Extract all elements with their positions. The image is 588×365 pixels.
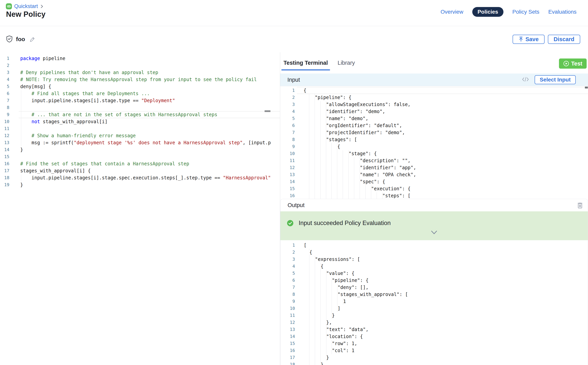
- editor-line: 4# NOTE: Try removing the HarnessApprova…: [0, 76, 280, 83]
- upload-icon: [519, 36, 524, 42]
- editor-line: 12 "identifier": "app",: [280, 164, 588, 171]
- breadcrumb: Quickstart: [6, 3, 43, 9]
- line-number: 1: [0, 55, 9, 62]
- page-title: New Policy: [6, 10, 46, 19]
- editor-line: 9 1: [280, 298, 588, 305]
- test-button-label: Test: [571, 60, 582, 67]
- breadcrumb-project-link[interactable]: Quickstart: [14, 3, 38, 9]
- line-number: 2: [280, 249, 295, 256]
- editor-line: 11: [0, 125, 280, 132]
- editor-line: 18 }: [280, 361, 588, 365]
- editor-line: 18 input.pipeline.stages[i].stage.spec.e…: [0, 174, 280, 181]
- success-check-icon: [287, 220, 294, 226]
- editor-line: 2 "pipeline": {: [280, 94, 588, 101]
- tab-library[interactable]: Library: [335, 52, 357, 73]
- save-button[interactable]: Save: [513, 35, 545, 44]
- code-icon: [522, 80, 529, 83]
- input-title: Input: [287, 77, 300, 83]
- editor-line: 13 "name": "OPA check",: [280, 171, 588, 178]
- output-section: Output Input succeeded Policy Evaluation: [280, 199, 588, 365]
- editor-line: 9 # ... that are not in the set of stage…: [0, 111, 280, 118]
- editor-line: 15 "row": 1,: [280, 340, 588, 347]
- line-number: 8: [280, 291, 295, 298]
- rego-editor[interactable]: 1package pipeline23# Deny pipelines that…: [0, 52, 280, 365]
- line-number: 4: [280, 263, 295, 270]
- editor-line: 12 },: [280, 319, 588, 326]
- line-number: 15: [0, 153, 9, 160]
- policy-toolbar: foo Save Discard: [0, 26, 588, 52]
- line-number: 1: [280, 242, 295, 249]
- line-number: 6: [0, 90, 9, 97]
- editor-line: 10 not stages_with_approval[i]: [0, 118, 280, 125]
- line-number: 11: [0, 125, 9, 132]
- editor-line: 5 "name": "demo",: [280, 115, 588, 122]
- line-number: 3: [0, 69, 9, 76]
- page-header: Quickstart New Policy OverviewPoliciesPo…: [0, 0, 588, 26]
- editor-line: 14 "location": {: [280, 333, 588, 340]
- line-number: 10: [280, 150, 295, 157]
- save-button-label: Save: [526, 36, 539, 42]
- line-number: 9: [280, 143, 295, 150]
- collapse-banner-button[interactable]: [429, 230, 439, 235]
- editor-line: 17stages_with_approval[i] {: [0, 167, 280, 174]
- line-number: 16: [280, 347, 295, 354]
- tab-policies[interactable]: Policies: [472, 7, 503, 17]
- line-number: 2: [280, 94, 295, 101]
- line-number: 10: [280, 305, 295, 312]
- tab-testing-terminal[interactable]: Testing Terminal: [281, 52, 330, 73]
- editor-line: 3# Deny pipelines that don't have an app…: [0, 69, 280, 76]
- success-banner-text: Input succeeded Policy Evaluation: [299, 219, 391, 227]
- line-number: 3: [280, 256, 295, 263]
- editor-line: 6 # Find all stages that are Deployments…: [0, 90, 280, 97]
- editor-line: 17 }: [280, 354, 588, 361]
- line-number: 12: [0, 132, 9, 139]
- harness-logo-icon: [6, 3, 12, 9]
- clear-output-button[interactable]: [576, 202, 584, 209]
- tab-evaluations[interactable]: Evaluations: [548, 9, 576, 15]
- line-number: 1: [280, 87, 295, 94]
- line-number: 8: [280, 136, 295, 143]
- line-number: 4: [0, 76, 9, 83]
- line-number: 4: [280, 108, 295, 115]
- line-number: 13: [0, 139, 9, 146]
- editor-line: 16# Find the set of stages that contain …: [0, 160, 280, 167]
- tab-overview[interactable]: Overview: [440, 9, 463, 15]
- line-number: 9: [0, 111, 9, 118]
- code-view-toggle[interactable]: [520, 76, 530, 83]
- line-number: 16: [280, 192, 295, 199]
- edit-name-button[interactable]: [29, 36, 36, 42]
- line-number: 9: [280, 298, 295, 305]
- editor-line: 14}: [0, 146, 280, 153]
- line-number: 14: [280, 178, 295, 185]
- editor-line: 2: [0, 62, 280, 69]
- line-number: 3: [280, 101, 295, 108]
- test-button[interactable]: Test: [559, 58, 587, 69]
- input-editor[interactable]: 1{2 "pipeline": {3 "allowStageExecutions…: [280, 86, 588, 200]
- output-editor[interactable]: 1[2 {3 "expressions": [4 {5 "value": {6 …: [280, 240, 588, 365]
- top-nav-tabs: OverviewPoliciesPolicy SetsEvaluations: [440, 7, 576, 17]
- editor-line: 5 "value": {: [280, 270, 588, 277]
- editor-line: 8: [0, 104, 280, 111]
- line-number: 8: [0, 104, 9, 111]
- line-number: 14: [0, 146, 9, 153]
- editor-line: 6 "orgIdentifier": "default",: [280, 122, 588, 129]
- line-number: 7: [0, 97, 9, 104]
- new-policy-page: Quickstart New Policy OverviewPoliciesPo…: [0, 0, 588, 365]
- editor-line: 4 {: [280, 263, 588, 270]
- select-input-button[interactable]: Select Input: [535, 75, 576, 84]
- editor-line: 3 "allowStageExecutions": false,: [280, 101, 588, 108]
- editor-line: 11 "description": "",: [280, 157, 588, 164]
- line-number: 13: [280, 171, 295, 178]
- line-number: 13: [280, 326, 295, 333]
- editor-line: 6 "pipeline": {: [280, 277, 588, 284]
- tab-policy-sets[interactable]: Policy Sets: [513, 9, 540, 15]
- line-number: 6: [280, 277, 295, 284]
- line-number: 15: [280, 185, 295, 192]
- terminal-tabs: Testing TerminalLibrary: [281, 52, 357, 73]
- editor-line: 13 "text": "data",: [280, 326, 588, 333]
- play-icon: [563, 61, 569, 66]
- output-title: Output: [287, 202, 305, 208]
- editor-line: 8 "stages": [: [280, 136, 588, 143]
- discard-button[interactable]: Discard: [548, 35, 580, 44]
- chevron-down-icon: [431, 232, 438, 235]
